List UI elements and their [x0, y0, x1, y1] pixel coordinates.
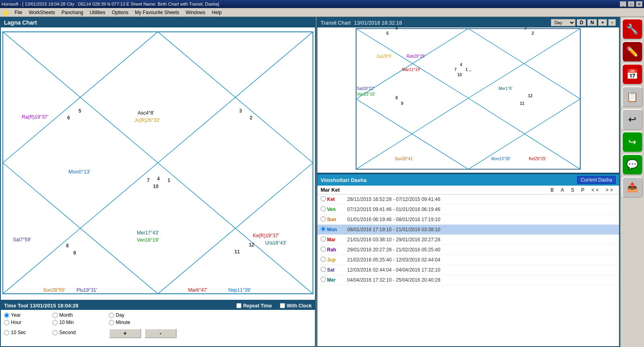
dasha-title: Vimshottari Dasha — [321, 177, 367, 183]
titlebar: Horosoft - [ 13/01/2015 18:04:28 City : … — [0, 0, 644, 8]
maximize-btn[interactable]: □ — [628, 1, 634, 7]
svg-text:4: 4 — [460, 63, 462, 67]
svg-text:8: 8 — [396, 96, 398, 100]
menu-favourite[interactable]: My Favourite Sheets — [132, 9, 183, 16]
svg-text:8: 8 — [66, 243, 69, 249]
edit-icon-btn[interactable]: ✏️ — [622, 41, 643, 62]
svg-text:12: 12 — [249, 242, 254, 248]
month-radio[interactable] — [52, 313, 58, 318]
svg-text:Sat7°59': Sat7°59' — [13, 237, 31, 242]
dasha-panel: Vimshottari Dasha Current Dasha Mar Ket … — [317, 174, 620, 347]
with-clock-checkbox[interactable] — [280, 303, 285, 308]
right-panel: Transit Chart 13/01/2016 18:32:18 Day We… — [317, 17, 620, 347]
svg-text:Mer17°43': Mer17°43' — [137, 230, 159, 236]
note-icon-btn[interactable]: 📋 — [622, 86, 643, 107]
close-btn[interactable]: ✕ — [636, 1, 642, 7]
dasha-row-radio[interactable] — [321, 236, 327, 243]
transit-plus-btn[interactable]: + — [598, 19, 607, 26]
tensec-radio[interactable] — [4, 330, 9, 335]
tenmin-radio[interactable] — [52, 320, 58, 325]
svg-text:4: 4 — [157, 176, 160, 182]
menu-panchang[interactable]: Panchang — [58, 9, 86, 16]
tools-icon-btn[interactable]: 🔧 — [622, 19, 643, 40]
menu-file[interactable]: File — [11, 9, 25, 16]
dasha-s-btn[interactable]: S — [571, 187, 576, 193]
svg-text:Plu19°31': Plu19°31' — [77, 287, 97, 293]
minimize-btn[interactable]: _ — [620, 1, 626, 7]
svg-text:11: 11 — [234, 249, 240, 255]
dasha-row-radio[interactable] — [321, 196, 327, 203]
transit-minus-btn[interactable]: - — [609, 19, 616, 26]
svg-text:Ven18°19': Ven18°19' — [137, 237, 159, 243]
second-radio[interactable] — [52, 330, 58, 335]
calendar-icon-btn[interactable]: 📅 — [622, 64, 643, 85]
menu-help[interactable]: Help — [208, 9, 225, 16]
transit-n-btn[interactable]: N — [588, 19, 597, 26]
menu-options[interactable]: Options — [108, 9, 131, 16]
with-clock-label[interactable]: With Clock — [280, 303, 312, 309]
tenmin-radio-label[interactable]: 10 Min — [52, 320, 109, 325]
dasha-row-radio[interactable] — [321, 216, 327, 223]
dasha-row[interactable]: Ven 07/12/2015 09:41:46 - 01/01/2016 06:… — [317, 205, 619, 215]
dasha-a-btn[interactable]: A — [561, 187, 566, 193]
time-minus-btn[interactable]: - — [144, 328, 177, 338]
forward-icon-btn[interactable]: ↪ — [622, 132, 643, 153]
dasha-row[interactable]: Mar 21/01/2016 03:38:10 - 29/01/2016 20:… — [317, 235, 619, 245]
transit-view-select[interactable]: Day Week Month — [551, 19, 575, 26]
share-icon-btn[interactable]: 📤 — [622, 177, 643, 198]
minute-radio-label[interactable]: Minute — [109, 320, 157, 325]
day-radio-label[interactable]: Day — [109, 312, 157, 318]
whatsapp-icon-btn[interactable]: 💬 — [622, 154, 643, 175]
dasha-next-btn[interactable]: >> — [606, 187, 615, 193]
dasha-dates-2: 01/01/2016 06:19:46 - 08/01/2016 17:19:1… — [347, 217, 616, 222]
dasha-row[interactable]: Ket 28/11/2015 16:52:28 - 07/12/2015 09:… — [317, 194, 619, 205]
current-dasha-button[interactable]: Current Dasha — [577, 176, 616, 184]
repeat-time-label[interactable]: Repeat Time — [236, 303, 272, 309]
transit-d-btn[interactable]: D — [577, 19, 586, 26]
transit-title-controls: Day Week Month D N + - — [551, 19, 616, 26]
menu-worksheets[interactable]: WorkSheets — [25, 9, 58, 16]
titlebar-controls[interactable]: _ □ ✕ — [620, 1, 642, 7]
dasha-row-radio[interactable] — [321, 206, 327, 213]
dasha-p-btn[interactable]: P — [581, 187, 586, 193]
dasha-b-btn[interactable]: B — [550, 187, 555, 193]
dasha-subtitle-right: B A S P << >> — [549, 187, 616, 193]
time-tool-label: Time Tool 13/01/2015 18:04:28 — [4, 303, 79, 309]
dasha-row[interactable]: Jup 21/02/2016 05:25:40 - 12/03/2016 02:… — [317, 255, 619, 265]
dasha-planet-mer: Mer — [327, 277, 347, 283]
month-radio-label[interactable]: Month — [52, 312, 109, 318]
dasha-row[interactable]: Rah 29/01/2016 20:27:28 - 21/02/2016 05:… — [317, 245, 619, 255]
dasha-row[interactable]: Sat 12/03/2016 02:44:04 - 04/04/2016 17:… — [317, 265, 619, 275]
transit-chart: Transit Chart 13/01/2016 18:32:18 Day We… — [317, 17, 620, 174]
dasha-subtitle: Mar Ket B A S P << >> — [317, 186, 619, 194]
repeat-time-checkbox[interactable] — [236, 303, 242, 308]
dasha-dates-1: 07/12/2015 09:41:46 - 01/01/2016 06:19:4… — [347, 207, 616, 212]
dasha-row[interactable]: Mer 04/04/2016 17:32:10 - 25/04/2016 20:… — [317, 275, 619, 285]
dasha-row-radio[interactable] — [321, 267, 327, 273]
year-radio-label[interactable]: Year — [4, 312, 52, 318]
dasha-row[interactable]: Sun 01/01/2016 06:19:46 - 08/01/2016 17:… — [317, 215, 619, 225]
dasha-prev-btn[interactable]: << — [592, 187, 600, 193]
dasha-planet-sat: Sat — [327, 267, 347, 273]
transit-chart-title-bar: Transit Chart 13/01/2016 18:32:18 Day We… — [317, 18, 619, 27]
svg-text:3: 3 — [524, 27, 527, 30]
time-plus-btn[interactable]: + — [109, 328, 141, 338]
dasha-row-radio[interactable] — [321, 247, 327, 253]
back-icon-btn[interactable]: ↩ — [622, 109, 643, 130]
dasha-row-radio[interactable] — [321, 226, 327, 233]
day-radio[interactable] — [109, 313, 114, 318]
dasha-row[interactable]: Mon 08/01/2016 17:19:10 - 21/01/2016 03:… — [317, 225, 619, 235]
second-radio-label[interactable]: Second — [52, 330, 109, 335]
hour-radio-label[interactable]: Hour — [4, 320, 52, 325]
hour-radio[interactable] — [4, 320, 9, 325]
minute-radio[interactable] — [109, 320, 114, 325]
tensec-radio-label[interactable]: 10 Sec — [4, 330, 52, 335]
menu-windows[interactable]: Windows — [183, 9, 209, 16]
dasha-row-radio[interactable] — [321, 277, 327, 283]
time-tool-checkboxes[interactable]: Repeat Time With Clock — [236, 303, 312, 309]
svg-text:5: 5 — [396, 27, 398, 30]
transit-chart-label: Transit Chart — [321, 20, 351, 26]
menu-utilities[interactable]: Utilities — [87, 9, 109, 16]
dasha-row-radio[interactable] — [321, 257, 327, 263]
year-radio[interactable] — [4, 313, 9, 318]
